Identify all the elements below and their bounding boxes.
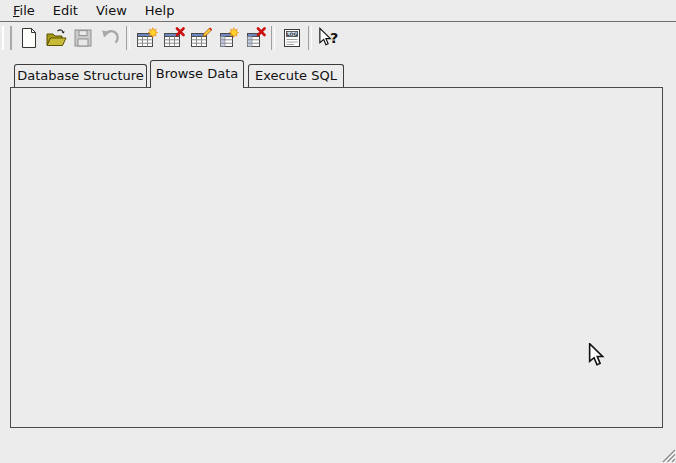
- resize-grip[interactable]: [658, 445, 676, 463]
- svg-text:?: ?: [330, 30, 338, 46]
- tab-browse-data[interactable]: Browse Data: [150, 60, 244, 88]
- menu-edit[interactable]: Edit: [44, 1, 87, 20]
- toolbar-separator: [126, 26, 130, 50]
- open-database-icon: [45, 27, 67, 49]
- delete-index-button[interactable]: [242, 25, 267, 51]
- modify-table-icon: [190, 27, 212, 49]
- toolbar: LOG ?: [0, 23, 676, 53]
- sql-log-button[interactable]: LOG: [279, 25, 304, 51]
- tab-execute-sql[interactable]: Execute SQL: [248, 64, 344, 87]
- app-window: File Edit View Help: [0, 0, 676, 463]
- menu-file[interactable]: File: [4, 1, 44, 20]
- tab-database-structure[interactable]: Database Structure: [14, 64, 147, 87]
- svg-text:LOG: LOG: [286, 32, 297, 37]
- create-table-icon: [136, 27, 158, 49]
- delete-table-icon: [163, 27, 185, 49]
- save-database-button[interactable]: [70, 25, 95, 51]
- new-database-icon: [18, 27, 40, 49]
- browse-data-panel: [10, 87, 663, 428]
- revert-button[interactable]: [97, 25, 122, 51]
- new-database-button[interactable]: [16, 25, 41, 51]
- save-database-icon: [72, 27, 94, 49]
- whats-this-button[interactable]: ?: [316, 25, 341, 51]
- delete-table-button[interactable]: [161, 25, 186, 51]
- create-table-button[interactable]: [134, 25, 159, 51]
- sql-log-icon: LOG: [281, 27, 303, 49]
- toolbar-separator: [271, 26, 275, 50]
- menu-help[interactable]: Help: [136, 1, 184, 20]
- menu-bar: File Edit View Help: [0, 0, 676, 22]
- delete-index-icon: [244, 27, 266, 49]
- menu-view[interactable]: View: [87, 1, 136, 20]
- open-database-button[interactable]: [43, 25, 68, 51]
- modify-table-button[interactable]: [188, 25, 213, 51]
- revert-icon: [99, 27, 121, 49]
- toolbar-separator: [308, 26, 312, 50]
- whats-this-icon: ?: [317, 27, 340, 49]
- toolbar-handle[interactable]: [2, 26, 12, 50]
- create-index-icon: [217, 27, 239, 49]
- create-index-button[interactable]: [215, 25, 240, 51]
